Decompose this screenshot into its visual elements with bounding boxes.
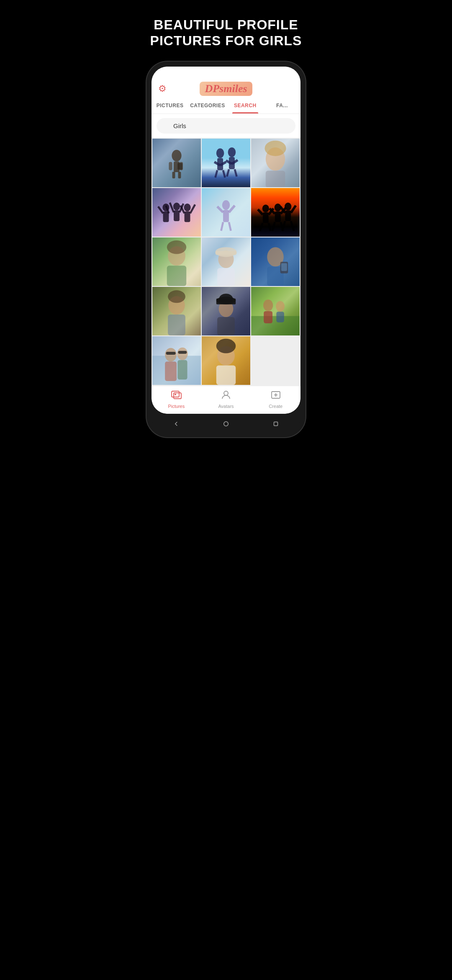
svg-rect-27 [174,210,180,221]
svg-rect-71 [168,315,185,335]
svg-point-91 [216,339,236,353]
photo-item[interactable] [152,336,201,385]
svg-point-100 [224,422,229,426]
tab-search[interactable]: SEARCH [227,98,264,113]
svg-line-50 [272,222,275,231]
svg-line-18 [235,169,237,176]
nav-create-label: Create [269,404,282,409]
nav-avatars-label: Avatars [218,404,234,409]
photo-item[interactable] [152,188,201,237]
search-container: 🔍 [152,114,300,138]
svg-line-39 [229,222,231,231]
photo-item[interactable] [251,139,300,187]
svg-line-42 [258,209,263,215]
svg-point-20 [265,140,286,156]
svg-line-45 [269,223,271,231]
nav-create[interactable]: Create [251,389,300,409]
svg-rect-84 [165,361,177,381]
svg-rect-94 [174,393,181,399]
photo-item[interactable] [251,237,300,286]
home-button[interactable] [221,419,231,429]
svg-point-75 [219,294,233,303]
search-wrapper: 🔍 [157,118,295,134]
app-header: ⚙ DPsmiles [152,78,300,98]
svg-rect-77 [251,316,300,335]
nav-pictures-label: Pictures [168,404,185,409]
phone-nav-bar [152,414,300,432]
logo-container: DPsmiles [200,82,252,96]
svg-point-80 [276,301,285,312]
svg-line-57 [291,221,294,231]
photo-item[interactable] [251,287,300,335]
svg-rect-79 [264,311,272,323]
svg-line-38 [221,222,223,231]
svg-rect-4 [172,172,175,178]
svg-point-13 [228,147,236,157]
settings-icon[interactable]: ⚙ [158,83,167,94]
hero-title: BEAUTIFUL PROFILE PICTURES FOR GIRLS [113,17,339,49]
svg-point-70 [168,290,185,303]
svg-point-7 [216,148,224,158]
svg-rect-31 [185,211,190,222]
svg-line-37 [229,206,235,212]
svg-rect-5 [178,172,181,178]
svg-line-17 [227,169,229,176]
photo-item[interactable] [251,188,300,237]
svg-rect-88 [178,351,187,354]
nav-avatars[interactable]: Avatars [201,389,251,409]
svg-point-95 [175,394,176,395]
photo-item[interactable] [202,287,250,335]
svg-rect-21 [266,170,285,187]
svg-line-24 [158,206,163,213]
photo-item[interactable] [202,139,250,187]
svg-point-40 [262,204,269,212]
svg-line-44 [260,223,263,231]
svg-line-28 [170,203,174,212]
svg-point-26 [173,203,180,211]
svg-point-30 [184,204,190,211]
svg-point-78 [263,299,273,311]
svg-rect-60 [167,266,186,286]
svg-rect-68 [281,263,287,271]
pictures-icon [171,389,182,403]
photo-item[interactable] [152,139,201,187]
tab-categories[interactable]: CATEGORIES [188,98,226,113]
page-wrapper: BEAUTIFUL PROFILE PICTURES FOR GIRLS ⚙ D… [113,0,339,454]
svg-rect-2 [169,162,172,170]
svg-rect-101 [274,422,277,426]
photo-item[interactable] [202,336,250,385]
photo-item[interactable] [152,237,201,286]
nav-pictures[interactable]: Pictures [152,389,201,409]
svg-point-59 [167,240,186,254]
nav-tabs: PICTURES CATEGORIES SEARCH FA... [152,98,300,114]
photo-item[interactable] [152,287,201,335]
back-button[interactable] [171,419,181,429]
svg-rect-35 [223,210,229,222]
svg-point-83 [165,348,177,361]
avatars-icon [221,389,231,403]
bottom-nav: Pictures Avatars [152,386,300,414]
svg-line-11 [215,170,217,177]
svg-rect-85 [166,352,175,355]
tab-favorites[interactable]: FA... [264,98,300,113]
svg-point-52 [285,203,291,211]
svg-point-86 [177,347,188,360]
svg-line-33 [190,204,195,213]
svg-rect-64 [217,268,235,286]
phone-screen: ⚙ DPsmiles PICTURES CATEGORIES SEARCH [152,67,300,414]
svg-line-36 [217,206,223,212]
photo-item[interactable] [202,188,250,237]
svg-point-96 [224,391,228,395]
svg-rect-63 [215,251,236,255]
photo-grid [152,138,300,386]
photo-item[interactable] [202,237,250,286]
recent-button[interactable] [271,419,281,429]
svg-point-0 [172,150,181,161]
tab-pictures[interactable]: PICTURES [152,98,188,113]
svg-rect-6 [177,163,182,170]
svg-rect-81 [276,312,284,322]
app-logo: DPsmiles [200,82,252,96]
create-icon [270,389,281,403]
svg-rect-87 [177,360,187,379]
search-input[interactable] [157,118,295,134]
